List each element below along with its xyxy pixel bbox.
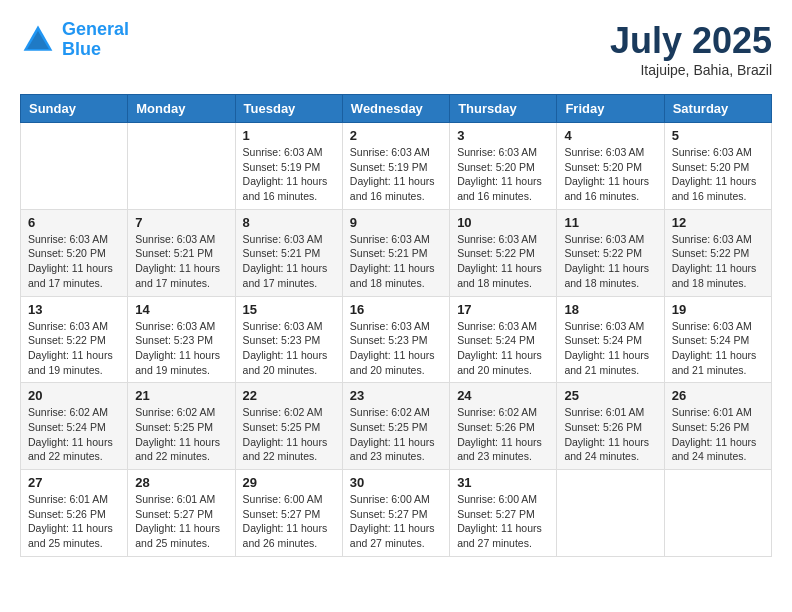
location: Itajuipe, Bahia, Brazil — [610, 62, 772, 78]
day-number: 24 — [457, 388, 549, 403]
calendar-cell: 27Sunrise: 6:01 AM Sunset: 5:26 PM Dayli… — [21, 470, 128, 557]
calendar-cell — [557, 470, 664, 557]
calendar-cell: 3Sunrise: 6:03 AM Sunset: 5:20 PM Daylig… — [450, 123, 557, 210]
day-number: 4 — [564, 128, 656, 143]
day-info: Sunrise: 6:01 AM Sunset: 5:27 PM Dayligh… — [135, 492, 227, 551]
day-info: Sunrise: 6:03 AM Sunset: 5:21 PM Dayligh… — [135, 232, 227, 291]
day-info: Sunrise: 6:03 AM Sunset: 5:20 PM Dayligh… — [564, 145, 656, 204]
week-row-3: 13Sunrise: 6:03 AM Sunset: 5:22 PM Dayli… — [21, 296, 772, 383]
calendar-cell: 19Sunrise: 6:03 AM Sunset: 5:24 PM Dayli… — [664, 296, 771, 383]
day-info: Sunrise: 6:03 AM Sunset: 5:24 PM Dayligh… — [564, 319, 656, 378]
calendar-cell: 6Sunrise: 6:03 AM Sunset: 5:20 PM Daylig… — [21, 209, 128, 296]
day-info: Sunrise: 6:03 AM Sunset: 5:23 PM Dayligh… — [135, 319, 227, 378]
day-number: 6 — [28, 215, 120, 230]
day-number: 16 — [350, 302, 442, 317]
day-number: 8 — [243, 215, 335, 230]
day-number: 28 — [135, 475, 227, 490]
calendar-cell — [128, 123, 235, 210]
week-row-5: 27Sunrise: 6:01 AM Sunset: 5:26 PM Dayli… — [21, 470, 772, 557]
day-number: 10 — [457, 215, 549, 230]
day-info: Sunrise: 6:03 AM Sunset: 5:21 PM Dayligh… — [243, 232, 335, 291]
week-row-1: 1Sunrise: 6:03 AM Sunset: 5:19 PM Daylig… — [21, 123, 772, 210]
weekday-header-thursday: Thursday — [450, 95, 557, 123]
day-number: 12 — [672, 215, 764, 230]
day-number: 26 — [672, 388, 764, 403]
weekday-header-sunday: Sunday — [21, 95, 128, 123]
day-info: Sunrise: 6:02 AM Sunset: 5:25 PM Dayligh… — [243, 405, 335, 464]
day-number: 11 — [564, 215, 656, 230]
day-number: 5 — [672, 128, 764, 143]
calendar-cell — [664, 470, 771, 557]
day-info: Sunrise: 6:03 AM Sunset: 5:19 PM Dayligh… — [243, 145, 335, 204]
day-info: Sunrise: 6:03 AM Sunset: 5:22 PM Dayligh… — [28, 319, 120, 378]
day-number: 18 — [564, 302, 656, 317]
calendar-cell: 26Sunrise: 6:01 AM Sunset: 5:26 PM Dayli… — [664, 383, 771, 470]
calendar-cell: 10Sunrise: 6:03 AM Sunset: 5:22 PM Dayli… — [450, 209, 557, 296]
day-number: 31 — [457, 475, 549, 490]
day-info: Sunrise: 6:02 AM Sunset: 5:24 PM Dayligh… — [28, 405, 120, 464]
week-row-2: 6Sunrise: 6:03 AM Sunset: 5:20 PM Daylig… — [21, 209, 772, 296]
calendar-cell: 14Sunrise: 6:03 AM Sunset: 5:23 PM Dayli… — [128, 296, 235, 383]
calendar-cell: 18Sunrise: 6:03 AM Sunset: 5:24 PM Dayli… — [557, 296, 664, 383]
day-info: Sunrise: 6:03 AM Sunset: 5:20 PM Dayligh… — [672, 145, 764, 204]
calendar-cell: 31Sunrise: 6:00 AM Sunset: 5:27 PM Dayli… — [450, 470, 557, 557]
weekday-header-monday: Monday — [128, 95, 235, 123]
title-block: July 2025 Itajuipe, Bahia, Brazil — [610, 20, 772, 78]
day-number: 25 — [564, 388, 656, 403]
day-number: 22 — [243, 388, 335, 403]
calendar-cell: 23Sunrise: 6:02 AM Sunset: 5:25 PM Dayli… — [342, 383, 449, 470]
day-info: Sunrise: 6:03 AM Sunset: 5:23 PM Dayligh… — [243, 319, 335, 378]
calendar-cell: 24Sunrise: 6:02 AM Sunset: 5:26 PM Dayli… — [450, 383, 557, 470]
weekday-header-saturday: Saturday — [664, 95, 771, 123]
day-number: 17 — [457, 302, 549, 317]
day-info: Sunrise: 6:03 AM Sunset: 5:20 PM Dayligh… — [28, 232, 120, 291]
day-info: Sunrise: 6:03 AM Sunset: 5:21 PM Dayligh… — [350, 232, 442, 291]
calendar-cell: 21Sunrise: 6:02 AM Sunset: 5:25 PM Dayli… — [128, 383, 235, 470]
day-info: Sunrise: 6:00 AM Sunset: 5:27 PM Dayligh… — [243, 492, 335, 551]
day-info: Sunrise: 6:01 AM Sunset: 5:26 PM Dayligh… — [564, 405, 656, 464]
calendar-cell: 7Sunrise: 6:03 AM Sunset: 5:21 PM Daylig… — [128, 209, 235, 296]
logo-general: General — [62, 19, 129, 39]
logo: General Blue — [20, 20, 129, 60]
day-info: Sunrise: 6:03 AM Sunset: 5:22 PM Dayligh… — [564, 232, 656, 291]
day-info: Sunrise: 6:03 AM Sunset: 5:23 PM Dayligh… — [350, 319, 442, 378]
calendar-table: SundayMondayTuesdayWednesdayThursdayFrid… — [20, 94, 772, 557]
calendar-cell: 12Sunrise: 6:03 AM Sunset: 5:22 PM Dayli… — [664, 209, 771, 296]
weekday-header-wednesday: Wednesday — [342, 95, 449, 123]
day-number: 13 — [28, 302, 120, 317]
calendar-cell: 11Sunrise: 6:03 AM Sunset: 5:22 PM Dayli… — [557, 209, 664, 296]
calendar-cell: 28Sunrise: 6:01 AM Sunset: 5:27 PM Dayli… — [128, 470, 235, 557]
day-info: Sunrise: 6:03 AM Sunset: 5:22 PM Dayligh… — [672, 232, 764, 291]
day-number: 9 — [350, 215, 442, 230]
calendar-cell: 16Sunrise: 6:03 AM Sunset: 5:23 PM Dayli… — [342, 296, 449, 383]
day-number: 14 — [135, 302, 227, 317]
logo-text: General Blue — [62, 20, 129, 60]
day-info: Sunrise: 6:02 AM Sunset: 5:25 PM Dayligh… — [350, 405, 442, 464]
logo-icon — [20, 22, 56, 58]
weekday-header-tuesday: Tuesday — [235, 95, 342, 123]
calendar-cell — [21, 123, 128, 210]
day-info: Sunrise: 6:03 AM Sunset: 5:24 PM Dayligh… — [457, 319, 549, 378]
calendar-cell: 25Sunrise: 6:01 AM Sunset: 5:26 PM Dayli… — [557, 383, 664, 470]
calendar-cell: 30Sunrise: 6:00 AM Sunset: 5:27 PM Dayli… — [342, 470, 449, 557]
day-number: 15 — [243, 302, 335, 317]
day-info: Sunrise: 6:03 AM Sunset: 5:22 PM Dayligh… — [457, 232, 549, 291]
day-number: 19 — [672, 302, 764, 317]
week-row-4: 20Sunrise: 6:02 AM Sunset: 5:24 PM Dayli… — [21, 383, 772, 470]
calendar-cell: 20Sunrise: 6:02 AM Sunset: 5:24 PM Dayli… — [21, 383, 128, 470]
day-info: Sunrise: 6:02 AM Sunset: 5:25 PM Dayligh… — [135, 405, 227, 464]
calendar-cell: 17Sunrise: 6:03 AM Sunset: 5:24 PM Dayli… — [450, 296, 557, 383]
day-number: 27 — [28, 475, 120, 490]
day-number: 23 — [350, 388, 442, 403]
day-info: Sunrise: 6:03 AM Sunset: 5:20 PM Dayligh… — [457, 145, 549, 204]
day-number: 20 — [28, 388, 120, 403]
day-info: Sunrise: 6:03 AM Sunset: 5:24 PM Dayligh… — [672, 319, 764, 378]
calendar-cell: 9Sunrise: 6:03 AM Sunset: 5:21 PM Daylig… — [342, 209, 449, 296]
calendar-cell: 22Sunrise: 6:02 AM Sunset: 5:25 PM Dayli… — [235, 383, 342, 470]
day-info: Sunrise: 6:00 AM Sunset: 5:27 PM Dayligh… — [457, 492, 549, 551]
day-number: 30 — [350, 475, 442, 490]
day-info: Sunrise: 6:01 AM Sunset: 5:26 PM Dayligh… — [28, 492, 120, 551]
day-info: Sunrise: 6:03 AM Sunset: 5:19 PM Dayligh… — [350, 145, 442, 204]
calendar-cell: 2Sunrise: 6:03 AM Sunset: 5:19 PM Daylig… — [342, 123, 449, 210]
day-info: Sunrise: 6:01 AM Sunset: 5:26 PM Dayligh… — [672, 405, 764, 464]
